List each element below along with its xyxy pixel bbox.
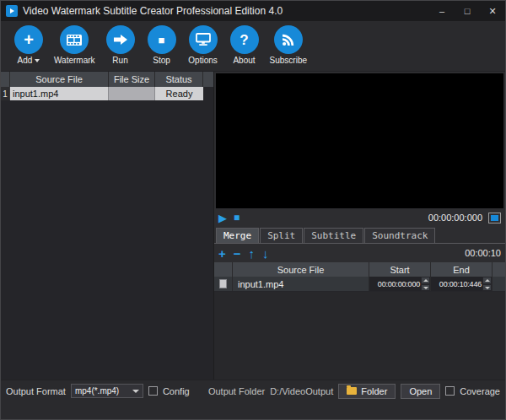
merge-start-column-header[interactable]: Start <box>369 262 431 277</box>
about-circle[interactable]: ? <box>230 25 259 54</box>
minimize-button[interactable]: – <box>429 1 455 21</box>
file-row-size <box>109 87 155 100</box>
open-button[interactable]: Open <box>401 384 440 399</box>
tab-subtitle[interactable]: Subtitle <box>304 228 363 243</box>
plus-icon: + <box>24 31 34 48</box>
file-row-source[interactable]: input1.mp4 <box>10 87 109 100</box>
run-button[interactable]: Run <box>105 25 137 65</box>
monitor-icon <box>196 33 211 46</box>
merge-end-column-header[interactable]: End <box>431 262 493 277</box>
merge-source-column-header[interactable]: Source File <box>233 262 369 277</box>
spin-down-icon[interactable] <box>482 284 492 292</box>
stop-label-text: Stop <box>153 56 170 65</box>
header-filler <box>203 72 213 87</box>
stop-playback-button[interactable]: ■ <box>234 212 240 223</box>
about-button[interactable]: ? About <box>229 25 261 65</box>
main-toolbar: + Add Watermark <box>1 21 505 72</box>
add-label-text: Add <box>18 56 33 65</box>
merge-header-filler <box>493 262 505 277</box>
add-button[interactable]: + Add <box>13 25 45 65</box>
options-circle[interactable] <box>189 25 218 54</box>
merge-table-empty-area <box>214 292 505 380</box>
editor-tabs: Merge Split Subtitle Soundtrack <box>214 227 505 244</box>
stop-label: Stop <box>153 56 170 65</box>
play-button[interactable]: ▶ <box>218 212 227 224</box>
config-label: Config <box>163 386 190 396</box>
output-format-label: Output Format <box>6 386 66 396</box>
window-title: Video Watermark Subtitle Creator Profess… <box>23 5 283 17</box>
watermark-button[interactable]: Watermark <box>54 25 95 65</box>
stop-circle[interactable]: ■ <box>148 25 176 54</box>
stop-button[interactable]: ■ Stop <box>146 25 178 65</box>
playback-timecode: 00:00:00:000 <box>428 213 482 223</box>
spin-up-icon[interactable] <box>482 277 492 284</box>
stop-square-icon: ■ <box>159 35 165 46</box>
start-time-spinners <box>421 277 430 291</box>
bottom-bar: Output Format mp4(*.mp4) Config Output F… <box>1 380 505 401</box>
subscribe-label: Subscribe <box>270 56 307 65</box>
preview-panel: ▶ ■ 00:00:00:000 Merge Split Subtitle So… <box>214 72 505 380</box>
watermark-circle[interactable] <box>60 25 89 54</box>
folder-button[interactable]: Folder <box>338 384 396 399</box>
start-time-value[interactable]: 00:00:00:000 <box>369 277 421 291</box>
status-column-header[interactable]: Status <box>155 72 203 87</box>
options-label: Options <box>188 56 217 65</box>
merge-move-down-icon[interactable]: ↓ <box>262 247 269 260</box>
merge-table-row[interactable]: input1.mp4 00:00:00:000 00:00:10:446 <box>214 277 505 292</box>
merge-add-icon[interactable]: + <box>218 247 226 260</box>
file-table-header: Source File File Size Status <box>1 72 213 87</box>
close-button[interactable]: ✕ <box>480 1 505 21</box>
file-row-status: Ready <box>155 87 203 100</box>
file-size-column-header[interactable]: File Size <box>109 72 155 87</box>
run-circle[interactable] <box>106 25 135 54</box>
open-button-label: Open <box>409 386 432 396</box>
tab-soundtrack[interactable]: Soundtrack <box>364 228 435 243</box>
playback-controls: ▶ ■ 00:00:00:000 <box>214 208 505 227</box>
tab-split[interactable]: Split <box>260 228 303 243</box>
source-file-panel: Source File File Size Status 1 input1.mp… <box>1 72 214 380</box>
titlebar[interactable]: Video Watermark Subtitle Creator Profess… <box>1 1 505 21</box>
end-time-spinners <box>482 277 492 291</box>
total-duration: 00:00:10 <box>465 248 501 258</box>
app-window: Video Watermark Subtitle Creator Profess… <box>0 0 506 420</box>
spin-up-icon[interactable] <box>421 277 430 284</box>
start-time-spinbox[interactable]: 00:00:00:000 <box>369 277 431 291</box>
add-label: Add <box>18 56 40 65</box>
source-file-column-header[interactable]: Source File <box>10 72 109 87</box>
config-checkbox[interactable] <box>148 386 158 396</box>
snapshot-icon[interactable] <box>488 213 501 223</box>
file-table-row[interactable]: 1 input1.mp4 Ready <box>1 87 213 100</box>
subscribe-button[interactable]: Subscribe <box>270 25 307 65</box>
file-table-empty-area <box>1 100 213 380</box>
spin-down-icon[interactable] <box>421 284 430 292</box>
folder-icon <box>347 387 357 395</box>
tab-merge[interactable]: Merge <box>216 228 259 243</box>
rss-icon <box>282 34 294 46</box>
output-format-value: mp4(*.mp4) <box>75 386 119 396</box>
merge-toolbar: + − ↑ ↓ 00:00:10 <box>214 244 505 262</box>
question-icon: ? <box>240 33 248 47</box>
row-number-column-header <box>1 72 10 87</box>
app-icon <box>6 5 18 17</box>
file-icon <box>219 279 227 288</box>
merge-row-icon-cell <box>214 277 233 291</box>
options-button[interactable]: Options <box>187 25 219 65</box>
merge-move-up-icon[interactable]: ↑ <box>249 247 256 260</box>
merge-table-header: Source File Start End <box>214 262 505 277</box>
output-format-select[interactable]: mp4(*.mp4) <box>71 384 143 398</box>
window-controls: – □ ✕ <box>429 1 505 21</box>
watermark-label: Watermark <box>54 56 95 65</box>
coverage-checkbox[interactable] <box>445 386 455 396</box>
end-time-spinbox[interactable]: 00:00:10:446 <box>431 277 493 291</box>
coverage-label: Coverage <box>460 386 500 396</box>
add-circle[interactable]: + <box>14 25 43 54</box>
merge-row-source[interactable]: input1.mp4 <box>233 277 369 291</box>
row-number: 1 <box>1 87 10 100</box>
subscribe-circle[interactable] <box>274 25 303 54</box>
main-content: Source File File Size Status 1 input1.mp… <box>1 72 505 380</box>
end-time-value[interactable]: 00:00:10:446 <box>431 277 482 291</box>
folder-button-label: Folder <box>361 386 387 396</box>
merge-remove-icon[interactable]: − <box>234 247 241 260</box>
film-icon <box>67 35 82 46</box>
maximize-button[interactable]: □ <box>455 1 480 21</box>
